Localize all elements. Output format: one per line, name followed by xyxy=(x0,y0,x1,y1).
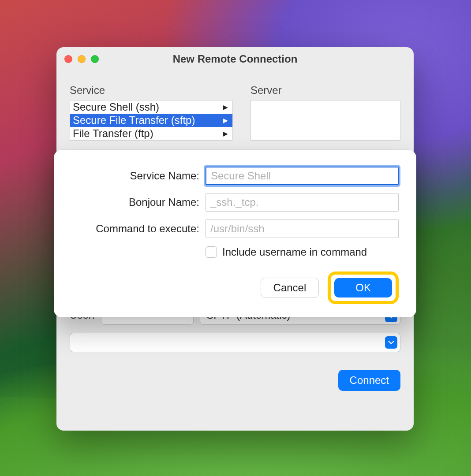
command-label: Command to execute: xyxy=(71,223,199,235)
bonjour-name-input[interactable] xyxy=(206,193,399,212)
service-name-input[interactable] xyxy=(206,167,399,185)
include-username-label: Include username in command xyxy=(222,246,367,258)
close-icon[interactable] xyxy=(64,55,72,63)
server-heading: Server xyxy=(250,84,400,97)
include-username-checkbox[interactable] xyxy=(206,246,217,258)
chevron-right-icon: ▶ xyxy=(223,104,228,111)
service-item-label: Secure File Transfer (sftp) xyxy=(73,114,195,126)
service-item-label: Secure Shell (ssh) xyxy=(73,101,159,113)
service-name-label: Service Name: xyxy=(71,170,199,182)
ok-highlight: OK xyxy=(328,271,399,304)
service-heading: Service xyxy=(70,84,233,97)
service-sheet: Service Name: Bonjour Name: Command to e… xyxy=(54,150,416,317)
service-item-sftp[interactable]: Secure File Transfer (sftp) ▶ xyxy=(70,114,232,127)
bonjour-name-label: Bonjour Name: xyxy=(71,196,199,208)
window-title: New Remote Connection xyxy=(56,53,414,65)
command-input[interactable] xyxy=(206,219,399,238)
minimize-icon[interactable] xyxy=(78,55,86,63)
connection-combo[interactable] xyxy=(70,333,400,352)
chevron-down-icon xyxy=(385,336,397,349)
window-controls xyxy=(64,55,99,63)
titlebar: New Remote Connection xyxy=(56,47,414,71)
cancel-button[interactable]: Cancel xyxy=(261,278,319,298)
server-list[interactable] xyxy=(250,100,400,141)
service-item-ssh[interactable]: Secure Shell (ssh) ▶ xyxy=(70,100,232,114)
chevron-right-icon: ▶ xyxy=(223,117,228,124)
ok-button[interactable]: OK xyxy=(334,278,392,298)
zoom-icon[interactable] xyxy=(91,55,99,63)
service-item-ftp[interactable]: File Transfer (ftp) ▶ xyxy=(70,127,232,140)
service-item-label: File Transfer (ftp) xyxy=(73,127,153,140)
service-list[interactable]: Secure Shell (ssh) ▶ Secure File Transfe… xyxy=(70,100,233,141)
chevron-right-icon: ▶ xyxy=(223,130,228,137)
connect-button[interactable]: Connect xyxy=(338,370,400,391)
